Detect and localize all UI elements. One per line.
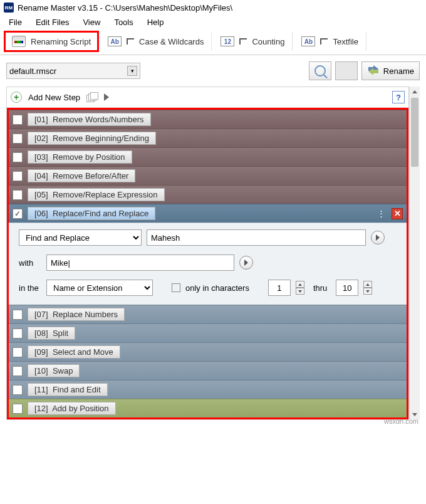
scroll-up-icon[interactable]: [410, 87, 420, 97]
num-icon: 12: [221, 36, 234, 46]
preview-button[interactable]: [309, 61, 331, 80]
step-name: Remove Words/Numbers: [53, 115, 144, 124]
to-input[interactable]: [336, 280, 358, 296]
with-input[interactable]: [46, 255, 234, 271]
step-checkbox[interactable]: [13, 366, 23, 376]
titlebar: RM Rename Master v3.15 - C:\Users\Mahesh…: [0, 0, 426, 15]
only-chars-label: only in characters: [185, 283, 249, 293]
step-name: Swap: [53, 366, 73, 375]
arrow-icon: [239, 38, 247, 45]
step-checkbox[interactable]: [13, 385, 23, 395]
step-checkbox[interactable]: [13, 115, 23, 125]
thru-label: thru: [309, 283, 331, 293]
tab-renaming-script[interactable]: Renaming Script: [4, 31, 99, 52]
find-go-button[interactable]: [371, 231, 385, 244]
step-name: Remove/Replace Expression: [53, 190, 158, 199]
step-row-10[interactable]: [10] Swap: [9, 361, 407, 380]
step-row-09[interactable]: [09] Select and Move: [9, 342, 407, 361]
step-row-01[interactable]: [01] Remove Words/Numbers: [9, 110, 407, 129]
step-id: [01]: [34, 115, 48, 124]
add-step-label: Add New Step: [28, 93, 80, 102]
step-name: Remove by Position: [53, 152, 125, 162]
stack-icon[interactable]: [86, 92, 98, 102]
script-icon: [12, 36, 26, 47]
step-id: [11]: [34, 385, 48, 394]
menu-help[interactable]: Help: [147, 18, 164, 27]
step-checkbox[interactable]: [13, 328, 23, 339]
script-name: default.rmscr: [9, 66, 56, 76]
toolbar-tabs: Renaming Script Ab Case & Wildcards 12 C…: [0, 31, 426, 55]
step-row-06-header[interactable]: [06] Replace/Find and Replace ⋮ ✕: [9, 204, 407, 223]
step-row-03[interactable]: [03] Remove by Position: [9, 147, 407, 166]
rename-label: Rename: [383, 66, 414, 76]
step-row-05[interactable]: [05] Remove/Replace Expression: [9, 185, 407, 204]
step-name: Remove Beginning/Ending: [53, 134, 149, 143]
blank-button[interactable]: [335, 61, 358, 80]
magnifier-icon: [314, 65, 326, 76]
step-id: [06]: [34, 209, 48, 218]
step-row-02[interactable]: [02] Remove Beginning/Ending: [9, 129, 407, 147]
step-06-body: Find and Replace with in the Name or Ext…: [9, 223, 407, 305]
menu-file[interactable]: File: [9, 18, 22, 27]
script-combo[interactable]: default.rmscr ▾: [6, 63, 140, 79]
with-go-button[interactable]: [239, 256, 253, 270]
menubar: File Edit Files View Tools Help: [0, 15, 426, 31]
menu-view[interactable]: View: [83, 18, 100, 27]
plus-icon[interactable]: +: [11, 92, 22, 103]
to-spinner[interactable]: [363, 281, 372, 295]
step-checkbox[interactable]: [13, 404, 23, 414]
menu-edit-files[interactable]: Edit Files: [36, 18, 69, 27]
menu-tools[interactable]: Tools: [114, 18, 133, 27]
step-checkbox[interactable]: [13, 152, 23, 162]
play-icon[interactable]: [104, 93, 109, 101]
step-id: [10]: [34, 366, 48, 375]
from-input[interactable]: [268, 280, 291, 296]
step-checkbox[interactable]: [13, 134, 23, 144]
tab-label: Textfile: [333, 37, 358, 46]
step-row-08[interactable]: [08] Split: [9, 323, 407, 342]
only-chars-checkbox[interactable]: [172, 283, 180, 292]
scroll-thumb[interactable]: [411, 98, 418, 167]
step-id: [12]: [34, 404, 48, 413]
step-checkbox[interactable]: [13, 209, 23, 219]
steps-highlight-region: [01] Remove Words/Numbers [02] Remove Be…: [7, 108, 408, 419]
step-checkbox[interactable]: [13, 310, 23, 320]
in-the-label: in the: [19, 283, 41, 293]
tab-label: Case & Wildcards: [139, 37, 204, 46]
tab-case-wildcards[interactable]: Ab Case & Wildcards: [100, 32, 212, 51]
mode-select[interactable]: Find and Replace: [19, 229, 142, 246]
ab-icon: Ab: [301, 36, 315, 46]
step-row-07[interactable]: [07] Replace Numbers: [9, 305, 407, 323]
close-step-icon[interactable]: ✕: [392, 208, 403, 219]
add-step-bar: + Add New Step ?: [7, 87, 408, 108]
rename-icon: [367, 65, 380, 78]
step-row-04[interactable]: [04] Remove Before/After: [9, 166, 407, 185]
step-options-icon[interactable]: ⋮: [377, 209, 387, 218]
watermark: wsxdn.com: [384, 417, 418, 425]
vertical-scrollbar[interactable]: [409, 87, 420, 420]
help-icon[interactable]: ?: [392, 91, 405, 103]
step-checkbox[interactable]: [13, 190, 23, 200]
tab-label: Counting: [252, 37, 284, 46]
with-label: with: [19, 258, 41, 268]
tab-textfile[interactable]: Ab Textfile: [294, 32, 366, 51]
scope-select[interactable]: Name or Extension: [46, 280, 153, 296]
dropdown-icon[interactable]: ▾: [127, 66, 137, 76]
step-row-11[interactable]: [11] Find and Edit: [9, 380, 407, 399]
ab-icon: Ab: [108, 36, 122, 46]
find-input[interactable]: [147, 229, 366, 246]
step-id: [05]: [34, 190, 48, 199]
from-spinner[interactable]: [296, 281, 304, 295]
step-checkbox[interactable]: [13, 171, 23, 181]
step-name: Add by Position: [52, 404, 108, 413]
step-checkbox[interactable]: [13, 347, 23, 357]
rename-button[interactable]: Rename: [361, 61, 420, 80]
step-row-12[interactable]: [12] Add by Position: [9, 399, 407, 417]
step-name: Replace/Find and Replace: [53, 209, 148, 218]
step-id: [03]: [34, 152, 48, 162]
script-bar: default.rmscr ▾ Rename: [0, 55, 426, 87]
tab-counting[interactable]: 12 Counting: [213, 32, 293, 51]
arrow-icon: [127, 38, 134, 45]
step-id: [07]: [34, 310, 48, 319]
tab-label: Renaming Script: [31, 37, 91, 46]
